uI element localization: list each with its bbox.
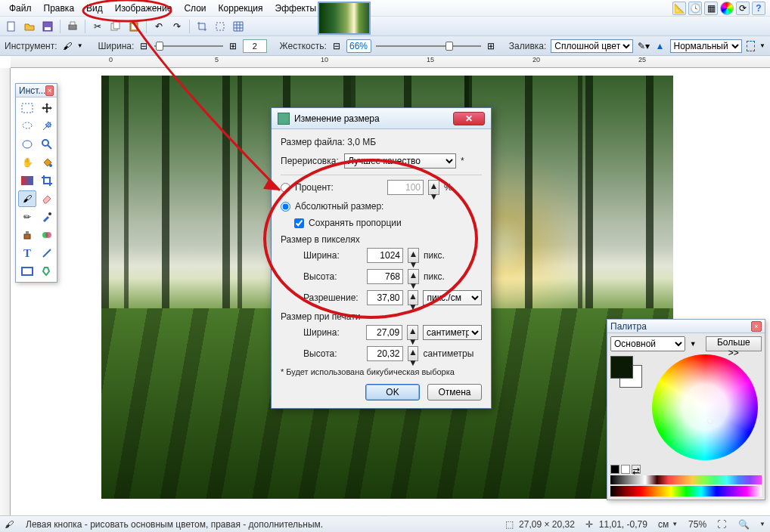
palette-title[interactable]: Палитра× (607, 320, 765, 333)
alpha-icon[interactable] (747, 41, 756, 51)
more-button[interactable]: Больше >> (706, 336, 762, 351)
brush-icon[interactable]: 🖌 (62, 39, 73, 53)
grid-icon[interactable] (230, 19, 247, 34)
swap-icon[interactable]: ⇄ (632, 465, 641, 474)
menu-image[interactable]: Изображение (109, 2, 179, 15)
resolution-unit-select[interactable]: пикс./см (423, 290, 482, 305)
close-icon[interactable]: × (751, 321, 762, 332)
tool-clone[interactable] (18, 227, 36, 243)
tool-hand[interactable]: ✋ (18, 154, 36, 171)
spinner[interactable]: ▲▼ (408, 290, 419, 305)
tool-brush[interactable]: 🖌 (18, 190, 36, 207)
redraw-select[interactable]: Лучшее качество (344, 153, 456, 169)
deselect-icon[interactable] (212, 19, 228, 34)
menu-effects[interactable]: Эффекты (269, 2, 323, 15)
print-width-unit[interactable]: сантиметры (423, 325, 482, 340)
paste-icon[interactable] (126, 19, 142, 34)
px-width-input[interactable] (367, 248, 403, 263)
swatch[interactable] (621, 465, 630, 474)
tool-lasso[interactable] (18, 118, 36, 135)
keep-ratio-checkbox[interactable] (294, 218, 304, 228)
new-file-icon[interactable] (3, 19, 20, 34)
open-icon[interactable] (21, 19, 38, 34)
width-slider[interactable] (154, 42, 223, 51)
tool-move[interactable] (38, 100, 56, 116)
antialias-icon[interactable]: ▲ (654, 39, 665, 53)
cut-icon[interactable]: ✂ (89, 19, 106, 34)
percent-input[interactable] (387, 180, 424, 195)
tools-panel-title[interactable]: Инст...× (16, 84, 57, 97)
tool-recolor[interactable] (38, 227, 56, 243)
tool-ellipse-select[interactable] (18, 136, 36, 153)
tool-fill[interactable] (38, 154, 56, 171)
history-icon[interactable]: ⟳ (736, 2, 750, 15)
tool-zoom[interactable] (38, 136, 56, 153)
tool-shape[interactable] (38, 263, 56, 280)
undo-icon[interactable]: ↶ (151, 19, 167, 34)
hardness-slider[interactable] (376, 42, 480, 51)
menu-layers[interactable]: Слои (178, 2, 212, 15)
menu-view[interactable]: Вид (80, 2, 109, 15)
cancel-button[interactable]: Отмена (427, 384, 482, 401)
tool-rect-select[interactable] (18, 100, 36, 116)
color-indicator[interactable] (707, 418, 713, 424)
print-width-input[interactable] (366, 325, 402, 340)
spinner[interactable]: ▲▼ (407, 325, 418, 340)
print-icon[interactable] (64, 19, 81, 34)
plus-icon[interactable]: ⊞ (486, 39, 496, 53)
help-icon[interactable]: ? (752, 2, 765, 15)
tool-rect[interactable] (18, 263, 36, 280)
tool-line[interactable] (38, 245, 56, 261)
close-icon[interactable]: × (45, 85, 54, 96)
save-icon[interactable] (39, 19, 56, 34)
tool-picker[interactable] (38, 209, 56, 225)
document-thumbnail[interactable] (318, 2, 371, 35)
svg-rect-2 (45, 27, 51, 30)
close-button[interactable]: ✕ (453, 112, 485, 125)
ruler-icon[interactable]: 📐 (672, 2, 686, 15)
clock-icon[interactable]: 🕓 (688, 2, 702, 15)
spinner[interactable]: ▲▼ (408, 248, 419, 263)
px-height-input[interactable] (367, 269, 403, 284)
plus-icon[interactable]: ⊞ (228, 39, 238, 53)
crop-icon[interactable] (194, 19, 210, 34)
minus-icon[interactable]: ⊟ (138, 39, 149, 53)
colorwheel-icon[interactable] (720, 2, 734, 15)
tool-wand[interactable] (38, 118, 56, 135)
spinner[interactable]: ▲▼ (408, 346, 419, 361)
tool-pencil[interactable]: ✏ (18, 209, 36, 225)
fit-icon[interactable]: ⛶ (717, 519, 728, 530)
tool-crop[interactable] (38, 172, 56, 189)
swatch[interactable] (610, 465, 619, 474)
tool-text[interactable]: T (18, 245, 36, 261)
fill-edit-icon[interactable]: ✎▾ (638, 39, 650, 53)
unit-label[interactable]: см (658, 519, 669, 530)
width-spin[interactable] (243, 39, 267, 53)
color-wheel[interactable] (652, 354, 758, 460)
resolution-input[interactable] (367, 290, 403, 305)
print-height-input[interactable] (367, 346, 403, 361)
menu-file[interactable]: Файл (3, 2, 38, 15)
percent-radio[interactable] (281, 183, 290, 193)
hardness-value[interactable]: 66% (346, 39, 371, 53)
minus-icon[interactable]: ⊟ (331, 39, 342, 53)
primary-color[interactable] (610, 356, 633, 379)
swatch-strip[interactable] (610, 475, 762, 484)
blend-select[interactable]: Нормальный (670, 39, 742, 53)
layers-icon[interactable]: ▦ (704, 2, 718, 15)
palette-set-select[interactable]: Основной (610, 336, 685, 351)
zoom-icon[interactable]: 🔍 (738, 519, 749, 530)
tool-gradient[interactable] (18, 172, 36, 189)
hue-strip[interactable] (610, 486, 762, 496)
spinner[interactable]: ▲▼ (428, 180, 439, 195)
menu-adjust[interactable]: Коррекция (213, 2, 269, 15)
redo-icon[interactable]: ↷ (169, 19, 185, 34)
tool-eraser[interactable] (38, 190, 56, 207)
absolute-radio[interactable] (281, 202, 290, 212)
spinner[interactable]: ▲▼ (408, 269, 419, 284)
fill-select[interactable]: Сплошной цвет (551, 39, 633, 53)
menu-edit[interactable]: Правка (38, 2, 81, 15)
dialog-titlebar[interactable]: Изменение размера ✕ (272, 108, 491, 129)
ok-button[interactable]: OK (365, 384, 420, 401)
copy-icon[interactable] (107, 19, 124, 34)
